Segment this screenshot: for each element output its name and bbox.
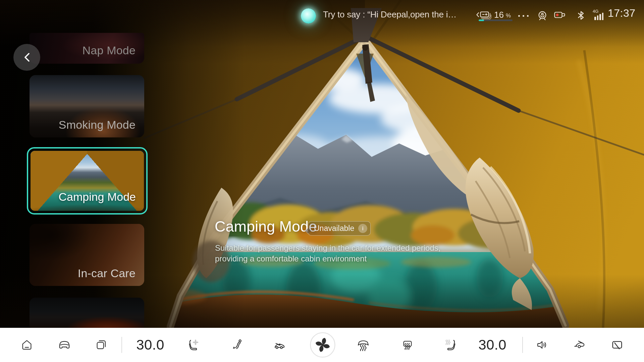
more-options-icon[interactable] <box>518 15 529 17</box>
dock-screen-off-button[interactable] <box>610 338 625 352</box>
dock-passenger-temp[interactable]: 30.0 <box>472 337 513 353</box>
dock-recents-button[interactable] <box>94 338 109 352</box>
card-label: In-car Care <box>78 267 136 280</box>
dock-hood-open-button[interactable] <box>572 338 587 352</box>
mode-title: Camping Mode <box>215 218 317 235</box>
dock-volume-button[interactable] <box>535 338 550 352</box>
front-defrost-icon <box>356 338 371 352</box>
card-label: Camping Mode <box>58 190 136 203</box>
status-bar: Try to say : “Hi Deepal,open the i… 16 % <box>0 0 644 27</box>
car-front-icon <box>57 338 72 352</box>
sidebar-card-in-car-care[interactable]: In-car Care <box>30 224 144 286</box>
cellular-signal-icon: 4G <box>593 9 606 20</box>
recent-apps-icon <box>94 338 109 352</box>
battery-progress-bar <box>479 19 513 21</box>
back-button[interactable] <box>13 44 40 71</box>
dock-driver-temp[interactable]: 30.0 <box>130 337 170 353</box>
chevron-left-icon <box>22 52 31 63</box>
dock-air-direction-button[interactable] <box>230 338 245 352</box>
voice-assistant-orb[interactable] <box>301 8 316 23</box>
sidebar-card-smoking-mode[interactable]: Smoking Mode <box>30 75 144 137</box>
battery-stack-icon[interactable] <box>475 9 492 20</box>
dock-rear-defrost-button[interactable] <box>400 338 415 352</box>
status-badge-label: Unavailable <box>314 224 354 233</box>
dashcam-recording-icon <box>554 11 567 21</box>
voice-hint-text: Try to say : “Hi Deepal,open the i… <box>323 9 457 20</box>
card-dim-overlay <box>30 298 144 328</box>
cabin-camera-icon <box>537 10 548 21</box>
climate-dock: 30.0 <box>0 328 644 362</box>
volume-icon <box>535 338 550 352</box>
air-recirculation-icon <box>272 338 287 352</box>
seat-ventilation-icon <box>186 338 201 352</box>
screen-icon <box>610 338 625 352</box>
dock-seat-heating-button[interactable] <box>443 338 458 352</box>
dock-divider <box>522 337 523 353</box>
airflow-direction-icon <box>230 338 245 352</box>
status-badge: Unavailable i <box>308 221 371 236</box>
car-infotainment-screen: Try to say : “Hi Deepal,open the i… 16 % <box>0 0 644 362</box>
card-label: Nap Mode <box>83 44 136 57</box>
battery-percent-unit: % <box>506 12 511 19</box>
fan-icon <box>309 331 336 358</box>
dock-divider <box>121 337 122 353</box>
sidebar-card-nap-mode[interactable]: Nap Mode <box>30 33 144 64</box>
clock: 17:37 <box>608 7 636 19</box>
card-label: Smoking Mode <box>59 118 136 131</box>
dock-seat-ventilation-button[interactable] <box>186 338 201 352</box>
home-icon <box>19 338 34 352</box>
seat-heating-icon <box>443 338 458 352</box>
dock-fan-button[interactable] <box>309 331 336 358</box>
dock-recirculation-button[interactable] <box>272 338 287 352</box>
battery-progress-fill <box>479 19 484 21</box>
dock-car-controls-button[interactable] <box>57 338 72 352</box>
open-hood-icon <box>572 338 587 352</box>
sidebar-card-next-mode-partial[interactable] <box>30 298 144 328</box>
mode-description: Suitable for passengers staying in the c… <box>215 243 440 264</box>
battery-percent: 16 <box>494 10 504 20</box>
bluetooth-icon <box>577 10 585 21</box>
dock-home-button[interactable] <box>19 338 34 352</box>
sidebar-card-camping-mode-selected[interactable]: Camping Mode <box>27 147 148 215</box>
mode-description-line: providing a comfortable cabin environmen… <box>215 253 440 264</box>
mode-description-line: Suitable for passengers staying in the c… <box>215 243 440 253</box>
dock-front-defrost-button[interactable] <box>356 338 371 352</box>
rear-defrost-icon <box>400 338 415 352</box>
info-button[interactable]: i <box>358 224 367 233</box>
